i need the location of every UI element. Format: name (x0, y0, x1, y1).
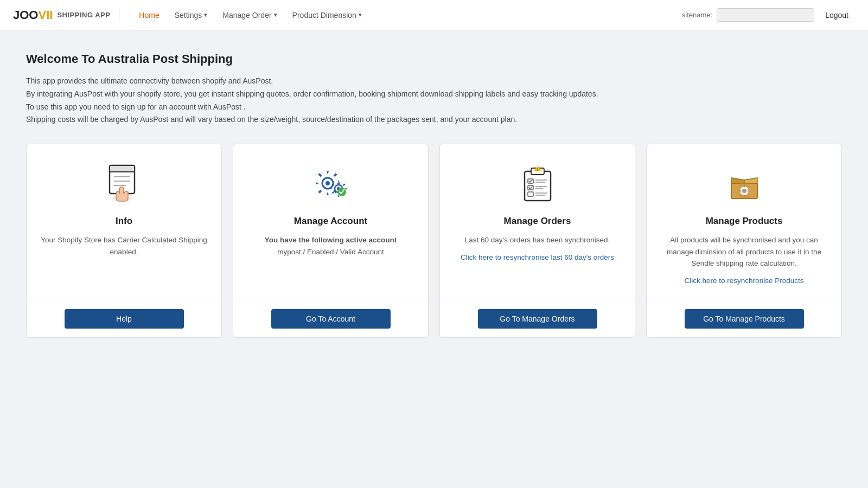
go-to-manage-orders-button[interactable]: Go To Manage Orders (478, 309, 597, 329)
navbar-right: sitename: Logout (682, 8, 855, 23)
orders-icon: ! (516, 162, 559, 205)
main-content: Welcome To Australia Post Shipping This … (0, 30, 868, 359)
resync-products-link[interactable]: Click here to resynchronise Products (685, 275, 804, 287)
brand-subtitle: SHIPPING APP (57, 11, 110, 19)
svg-rect-33 (748, 190, 749, 192)
card-orders-text: Last 60 day's orders has been synchronis… (465, 234, 610, 246)
brand-joo: JOO (13, 8, 38, 22)
svg-point-10 (326, 181, 330, 185)
desc-line-2: By integrating AusPost with your shopify… (26, 88, 842, 101)
card-info-footer: Help (27, 300, 221, 337)
card-orders-body: ! Manage Order (440, 144, 635, 299)
brand-name: JOOVII (13, 8, 53, 22)
sitename-label: sitename: (682, 11, 712, 19)
svg-rect-32 (739, 190, 741, 192)
page-title: Welcome To Australia Post Shipping (26, 52, 842, 66)
logout-button[interactable]: Logout (819, 8, 855, 23)
card-products-body: Manage Products All products will be syn… (647, 144, 841, 299)
help-button[interactable]: Help (65, 309, 184, 329)
navbar: JOOVII SHIPPING APP Home Settings Manage… (0, 0, 868, 30)
card-products-text: All products will be synchronised and yo… (660, 234, 828, 269)
brand-vii: VII (38, 8, 53, 22)
card-account-footer: Go To Account (233, 300, 428, 337)
desc-line-1: This app provides the ultimate connectiv… (26, 75, 842, 88)
card-info: Info Your Shopify Store has Carrier Calc… (26, 144, 222, 337)
card-account-extra: mypost / Enabled / Valid Account (277, 248, 384, 256)
go-to-manage-products-button[interactable]: Go To Manage Products (685, 309, 804, 329)
card-orders: ! Manage Order (439, 144, 635, 337)
card-account-subtitle: You have the following active account (265, 236, 397, 244)
page-description: This app provides the ultimate connectiv… (26, 75, 842, 126)
nav-manage-order[interactable]: Manage Order (216, 8, 283, 23)
card-orders-title: Manage Orders (504, 216, 571, 227)
card-info-text: Your Shopify Store has Carrier Calculate… (40, 234, 208, 258)
desc-line-4: Shipping costs will be charged by AusPos… (26, 113, 842, 126)
nav-settings[interactable]: Settings (168, 8, 214, 23)
nav-links: Home Settings Manage Order Product Dimen… (132, 8, 673, 23)
svg-point-29 (742, 189, 746, 193)
svg-rect-1 (110, 165, 135, 172)
svg-rect-31 (743, 195, 745, 196)
desc-line-3: To use this app you need to sign up for … (26, 101, 842, 114)
brand-logo: JOOVII SHIPPING APP (13, 8, 119, 22)
card-account-text: You have the following active account my… (265, 234, 397, 258)
nav-home[interactable]: Home (132, 8, 165, 23)
cards-grid: Info Your Shopify Store has Carrier Calc… (26, 144, 842, 337)
svg-text:!: ! (537, 167, 538, 172)
card-products-title: Manage Products (706, 216, 783, 227)
card-orders-footer: Go To Manage Orders (440, 300, 635, 337)
card-account: Manage Account You have the following ac… (233, 144, 429, 337)
card-account-title: Manage Account (294, 216, 367, 227)
account-icon (309, 162, 353, 205)
svg-rect-30 (743, 185, 745, 187)
card-products: Manage Products All products will be syn… (646, 144, 842, 337)
card-info-title: Info (116, 216, 132, 227)
card-info-body: Info Your Shopify Store has Carrier Calc… (27, 144, 221, 299)
resync-orders-link[interactable]: Click here to resynchronise last 60 day'… (461, 252, 614, 264)
card-account-body: Manage Account You have the following ac… (233, 144, 428, 299)
products-icon (723, 162, 766, 205)
go-to-account-button[interactable]: Go To Account (271, 309, 391, 329)
sitename-input[interactable] (717, 8, 814, 22)
nav-product-dimension[interactable]: Product Dimension (286, 8, 368, 23)
info-icon (103, 162, 146, 205)
card-products-footer: Go To Manage Products (647, 300, 841, 337)
